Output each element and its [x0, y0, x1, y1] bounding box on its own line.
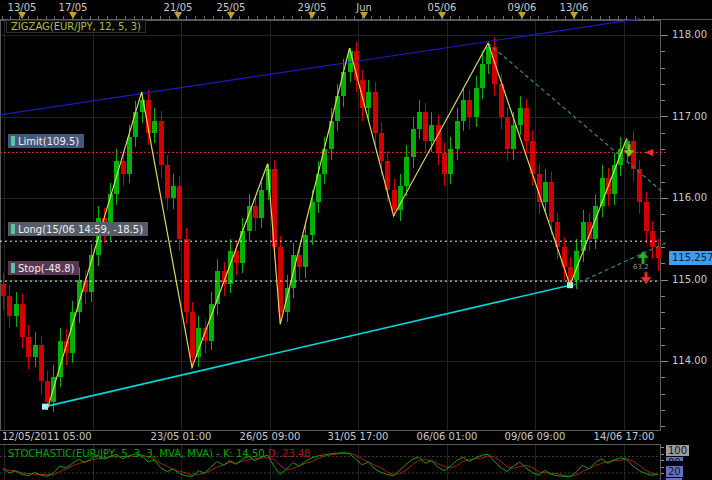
order-accent-bar: [11, 136, 15, 146]
top-time-axis[interactable]: [0, 0, 660, 20]
sto-scale-100-badge: 100: [666, 445, 689, 456]
candle-body: [543, 182, 548, 202]
candle-body: [310, 202, 315, 235]
candle-body: [7, 296, 12, 316]
candle-body: [196, 328, 201, 357]
candle-body: [297, 255, 302, 267]
candle-body: [152, 121, 157, 133]
candle-body: [379, 133, 384, 162]
stochastic-indicator-label: STOCHASTIC(EUR/JPY, 5, 3, 3, MVA, MVA) -…: [8, 448, 311, 459]
candle-body: [461, 100, 466, 120]
zigzag-indicator-label: ZIGZAG(EUR/JPY, 12, 5, 3): [6, 20, 146, 33]
candle-body: [1, 284, 6, 296]
candle-body: [474, 88, 479, 117]
candle-body: [442, 153, 447, 173]
candle-body: [45, 381, 50, 401]
candle-body: [423, 112, 428, 141]
candle-body: [184, 239, 189, 312]
limit-order-label: Limit(109.5): [18, 136, 79, 147]
lower-cyan-trendline[interactable]: [45, 285, 570, 406]
chart-plot-area[interactable]: [0, 0, 712, 480]
order-accent-bar: [11, 224, 15, 234]
candle-body: [417, 112, 422, 128]
stop-order-label: Stop(-48.8): [18, 263, 74, 274]
long-position-badge[interactable]: Long(15/06 14:59, -18.5): [8, 222, 148, 236]
candle-body: [303, 235, 308, 268]
price-axis[interactable]: [660, 20, 712, 430]
candle-body: [518, 108, 523, 124]
candle-body: [524, 108, 529, 141]
limit-line-left-arrow-icon: [645, 149, 653, 156]
stochastic-d-value: D: 23.48: [268, 448, 311, 459]
candle-body: [480, 64, 485, 88]
candle-body: [404, 157, 409, 186]
candle-body: [568, 267, 573, 279]
candle-body: [121, 161, 126, 173]
candle-body: [537, 174, 542, 203]
ascending-dashed-trendline[interactable]: [573, 243, 666, 285]
sto-scale-80-badge: 80: [666, 457, 683, 461]
order-accent-bar: [11, 263, 15, 273]
long-position-label: Long(15/06 14:59, -18.5): [18, 224, 143, 235]
candle-body: [429, 125, 434, 141]
candle-body: [159, 121, 164, 166]
candle-body: [165, 165, 170, 198]
candle-body: [39, 345, 44, 382]
candle-body: [177, 186, 182, 239]
upper-blue-trendline[interactable]: [0, 19, 640, 115]
candle-body: [631, 141, 636, 170]
stop-order-badge[interactable]: Stop(-48.8): [8, 261, 79, 275]
candle-body: [644, 202, 649, 231]
candle-body: [26, 337, 31, 357]
candle-body: [650, 231, 655, 247]
candle-body: [127, 137, 132, 174]
candle-body: [505, 117, 510, 150]
bottom-time-axis[interactable]: [0, 430, 660, 444]
candle-body: [549, 182, 554, 223]
candle-body: [259, 190, 264, 219]
candle-body: [436, 125, 441, 154]
candle-body: [373, 92, 378, 133]
candle-body: [222, 271, 227, 283]
stop-arrow-icon: [641, 272, 652, 284]
candle-body: [366, 92, 371, 108]
candle-body: [467, 100, 472, 116]
trading-chart-window: { "indicator_label": "ZIGZAG(EUR/JPY, 12…: [0, 0, 712, 480]
candle-body: [253, 206, 258, 218]
candle-body: [171, 186, 176, 198]
candle-body: [335, 96, 340, 120]
candle-body: [133, 112, 138, 136]
candle-body: [637, 169, 642, 202]
candle-body: [14, 304, 19, 316]
candle-body: [411, 129, 416, 158]
limit-order-badge[interactable]: Limit(109.5): [8, 134, 84, 148]
candle-body: [455, 121, 460, 150]
candle-body: [511, 125, 516, 149]
trade-marker-value: 63.2: [633, 263, 649, 271]
candle-body: [190, 312, 195, 357]
stochastic-k-value: K: 14.50: [223, 448, 265, 459]
candle-body: [33, 345, 38, 357]
sto-scale-20-badge: 20: [666, 466, 683, 477]
candle-body: [20, 304, 25, 337]
candle-body: [392, 190, 397, 210]
stochastic-name: STOCHASTIC(EUR/JPY, 5, 3, 3, MVA, MVA) -: [8, 448, 220, 459]
candle-body: [341, 72, 346, 96]
